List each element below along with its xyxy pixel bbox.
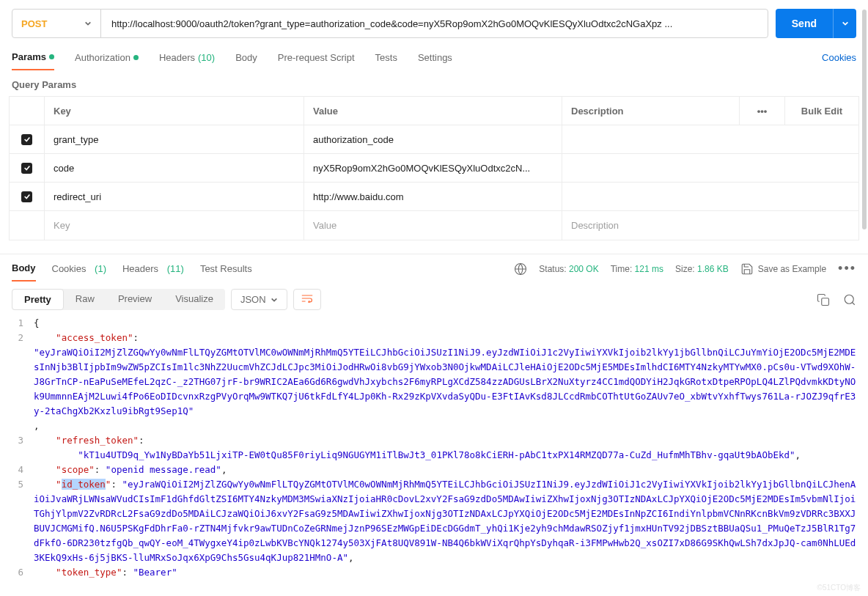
response-body[interactable]: 1{ 2 "access_token": "eyJraWQiOiI2MjZlZG… [0,316,868,596]
param-desc[interactable] [562,154,858,182]
checkbox[interactable] [21,134,32,145]
send-dropdown[interactable] [833,9,856,38]
more-menu[interactable]: ••• [838,261,856,276]
tab-settings[interactable]: Settings [418,45,452,70]
watermark: ©51CTO博客 [817,583,861,593]
table-row: grant_type authorization_code [10,125,858,154]
view-raw[interactable]: Raw [64,289,106,310]
tab-params[interactable]: Params [12,45,54,70]
size-label: Size: 1.86 KB [675,264,729,274]
bulk-edit-link[interactable]: Bulk Edit [785,97,858,125]
table-row: code nyX5Rop9omX2hGo0MOQvKlESQyXluOdtxc2… [10,154,858,183]
query-params-table: Key Value Description ••• Bulk Edit gran… [9,96,859,240]
method-label: POST [21,18,47,29]
chevron-down-icon [84,20,92,27]
svg-rect-1 [822,298,829,305]
more-options[interactable]: ••• [740,97,785,125]
wrap-icon [301,294,313,303]
time-label: Time: 121 ms [611,264,663,274]
tab-resp-tests[interactable]: Test Results [200,257,252,282]
checkbox[interactable] [21,163,32,174]
view-pretty[interactable]: Pretty [12,289,64,310]
param-desc-placeholder[interactable]: Description [562,211,858,240]
indicator-dot [133,55,139,60]
table-row-new[interactable]: Key Value Description [10,211,858,240]
col-value: Value [304,97,562,125]
tab-resp-cookies[interactable]: Cookies (1) [52,257,106,282]
tab-resp-body[interactable]: Body [12,257,36,282]
save-icon [740,262,754,276]
param-value-placeholder[interactable]: Value [304,211,562,240]
copy-icon[interactable] [817,293,830,306]
param-desc[interactable] [562,125,858,153]
tab-tests[interactable]: Tests [375,45,397,70]
wrap-lines-button[interactable] [293,289,321,310]
scrollbar-vertical[interactable] [862,10,867,229]
param-key-placeholder[interactable]: Key [45,211,304,240]
view-visualize[interactable]: Visualize [163,289,225,310]
param-desc[interactable] [562,183,858,210]
tab-authorization[interactable]: Authorization [75,45,139,70]
view-preview[interactable]: Preview [106,289,163,310]
search-icon[interactable] [843,293,856,306]
param-value[interactable]: nyX5Rop9omX2hGo0MOQvKlESQyXluOdtxc2cN... [304,154,562,182]
http-method-select[interactable]: POST [12,9,101,38]
param-key[interactable]: redirect_uri [45,183,304,210]
indicator-dot [49,54,54,59]
save-as-example[interactable]: Save as Example [740,262,826,276]
globe-icon[interactable] [514,262,527,276]
chevron-down-icon [271,296,278,303]
svg-point-2 [845,295,853,303]
query-params-title: Query Params [0,70,868,96]
tab-body[interactable]: Body [235,45,257,70]
param-key[interactable]: code [45,154,304,182]
tab-prerequest[interactable]: Pre-request Script [278,45,355,70]
chevron-down-icon [842,20,849,27]
viewer-controls: Pretty Raw Preview Visualize JSON [0,283,868,316]
send-button[interactable]: Send [776,9,833,38]
tab-resp-headers[interactable]: Headers (11) [122,257,184,282]
col-description: Description [562,97,740,125]
col-key: Key [45,97,304,125]
param-value[interactable]: http://www.baidu.com [304,183,562,210]
param-value[interactable]: authorization_code [304,125,562,153]
status-label: Status: 200 OK [539,264,598,274]
response-tabs: Body Cookies (1) Headers (11) Test Resul… [0,254,868,283]
url-input[interactable]: http://localhost:9000/oauth2/token?grant… [100,9,768,38]
tab-headers[interactable]: Headers (10) [159,45,215,70]
cookies-link[interactable]: Cookies [822,52,856,63]
param-key[interactable]: grant_type [45,125,304,153]
table-row: redirect_uri http://www.baidu.com [10,183,858,211]
table-header: Key Value Description ••• Bulk Edit [10,97,858,125]
language-select[interactable]: JSON [231,289,287,310]
request-tabs: Params Authorization Headers (10) Body P… [0,45,868,70]
checkbox[interactable] [21,191,32,202]
